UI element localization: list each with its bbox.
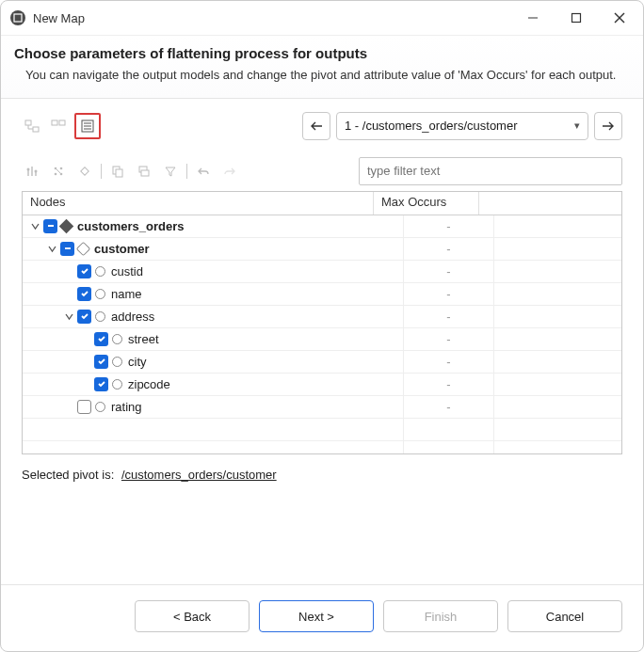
checkbox[interactable] <box>77 287 91 301</box>
svg-point-17 <box>55 173 57 176</box>
column-header-empty <box>479 192 621 215</box>
svg-rect-6 <box>33 127 39 132</box>
table-row[interactable]: city- <box>23 351 621 374</box>
type-icon <box>59 219 74 234</box>
expander-icon <box>79 355 92 368</box>
prev-output-button[interactable] <box>302 112 330 140</box>
checkbox[interactable] <box>77 400 91 414</box>
checkbox[interactable] <box>77 264 91 278</box>
max-occurs-cell[interactable]: - <box>403 351 493 373</box>
table-row[interactable]: customers_orders- <box>23 215 621 238</box>
svg-rect-2 <box>572 14 581 23</box>
max-occurs-cell[interactable]: - <box>403 283 493 305</box>
table-header: Nodes Max Occurs <box>23 192 621 215</box>
type-icon <box>95 266 105 277</box>
expander-icon <box>62 400 75 413</box>
checkbox[interactable] <box>94 332 108 346</box>
dialog-window: New Map Choose parameters of flattening … <box>0 0 644 652</box>
undo-icon[interactable] <box>193 161 214 182</box>
table-body: customers_orders-customer-custid-name-ad… <box>23 215 621 453</box>
highlighted-view-button <box>74 113 101 139</box>
table-row[interactable]: name- <box>23 283 621 306</box>
column-header-max[interactable]: Max Occurs <box>374 192 479 215</box>
svg-point-13 <box>27 167 30 170</box>
table-row[interactable]: customer- <box>23 238 621 261</box>
checkbox[interactable] <box>60 242 74 256</box>
checkbox[interactable] <box>43 219 57 233</box>
column-header-nodes[interactable]: Nodes <box>23 192 374 215</box>
svg-point-16 <box>60 167 63 170</box>
checkbox[interactable] <box>94 377 108 391</box>
titlebar: New Map <box>1 1 643 36</box>
close-button[interactable] <box>598 1 641 35</box>
wizard-footer: < Back Next > Finish Cancel <box>1 584 643 651</box>
node-label: city <box>128 355 147 369</box>
sliders-icon[interactable] <box>48 161 69 182</box>
svg-rect-20 <box>81 167 89 175</box>
minimize-button[interactable] <box>511 1 555 35</box>
filter-input[interactable] <box>359 157 622 185</box>
app-icon <box>10 10 25 25</box>
max-occurs-cell[interactable]: - <box>403 374 493 395</box>
table-row <box>23 419 621 441</box>
svg-rect-0 <box>14 14 22 22</box>
copy-icon[interactable] <box>107 161 128 182</box>
node-label: customer <box>94 242 150 256</box>
table-row[interactable]: street- <box>23 328 621 351</box>
next-button[interactable]: Next > <box>259 600 374 632</box>
max-occurs-cell[interactable]: - <box>403 261 493 282</box>
maximize-button[interactable] <box>555 1 598 35</box>
type-icon <box>76 242 91 257</box>
max-occurs-cell[interactable]: - <box>403 396 493 418</box>
node-label: custid <box>111 264 143 278</box>
selected-pivot: Selected pivot is: /customers_orders/cus… <box>22 468 622 482</box>
nodes-table: Nodes Max Occurs customers_orders-custom… <box>22 191 622 454</box>
redo-icon[interactable] <box>219 161 240 182</box>
cancel-button[interactable]: Cancel <box>507 600 622 632</box>
page-title: Choose parameters of flattening process … <box>14 45 630 61</box>
max-occurs-cell[interactable]: - <box>403 215 493 237</box>
max-occurs-cell[interactable]: - <box>403 306 493 327</box>
type-icon <box>95 289 105 299</box>
table-row[interactable]: rating- <box>23 396 621 419</box>
settings-icon[interactable] <box>22 161 42 182</box>
wizard-body: 1 - /customers_orders/customer ▾ <box>1 99 643 584</box>
next-output-button[interactable] <box>594 112 622 140</box>
node-label: street <box>128 332 159 346</box>
svg-rect-22 <box>116 169 122 177</box>
wizard-header: Choose parameters of flattening process … <box>1 36 643 99</box>
collapse-tree-icon[interactable] <box>48 116 69 136</box>
type-icon <box>95 311 105 322</box>
max-occurs-cell[interactable]: - <box>403 238 493 260</box>
svg-rect-5 <box>25 120 31 125</box>
list-view-icon[interactable] <box>77 116 98 136</box>
max-occurs-cell[interactable]: - <box>403 328 493 350</box>
checkbox[interactable] <box>77 310 91 324</box>
tree-toolbar <box>22 161 240 182</box>
expander-icon[interactable] <box>28 219 41 232</box>
node-label: address <box>111 310 154 324</box>
svg-rect-8 <box>59 120 65 125</box>
table-row[interactable]: address- <box>23 306 621 328</box>
node-label: rating <box>111 400 142 414</box>
svg-rect-7 <box>52 120 57 125</box>
chevron-down-icon: ▾ <box>574 119 580 132</box>
expand-tree-icon[interactable] <box>22 116 42 136</box>
finish-button: Finish <box>383 600 498 632</box>
type-icon <box>112 357 122 367</box>
window-title: New Map <box>33 11 511 25</box>
expander-icon <box>62 264 75 278</box>
table-row[interactable]: custid- <box>23 261 621 283</box>
checkbox[interactable] <box>94 355 108 369</box>
filter-icon[interactable] <box>160 161 181 182</box>
expander-icon[interactable] <box>45 242 58 255</box>
stack-icon[interactable] <box>134 161 154 182</box>
expander-icon <box>79 332 92 345</box>
expander-icon[interactable] <box>62 310 75 323</box>
back-button[interactable]: < Back <box>135 600 250 632</box>
diamond-icon[interactable] <box>74 161 95 182</box>
expander-icon <box>79 377 92 390</box>
pivot-path: /customers_orders/customer <box>121 468 277 482</box>
table-row[interactable]: zipcode- <box>23 374 621 396</box>
output-selector[interactable]: 1 - /customers_orders/customer ▾ <box>336 112 588 140</box>
